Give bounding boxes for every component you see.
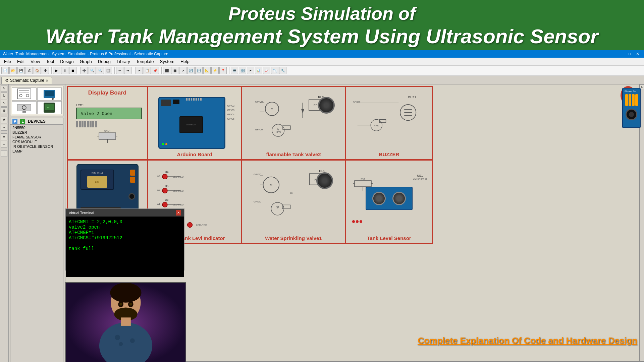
tb-stop[interactable]: ⏹ [69,67,76,74]
title-bar-controls: ─ □ ✕ [618,52,641,56]
p-button[interactable]: P [12,119,17,124]
tool-junction[interactable]: ⊕ [1,107,7,114]
schematic-tab[interactable]: ⚙ Schematic Capture ✕ [1,77,52,84]
capacitors [130,170,135,183]
menu-library[interactable]: Library [114,58,133,65]
scroll-track[interactable] [640,89,644,361]
menu-help[interactable]: Help [178,58,192,65]
tb-b6[interactable]: 📐 [203,67,211,74]
tool-port[interactable]: ↑ [1,150,7,157]
menu-edit[interactable]: Edit [14,58,27,65]
tb-zoom-in[interactable]: ➕ [80,67,88,74]
tb-redo[interactable]: ↪ [124,67,131,74]
tb-print[interactable]: 🏠 [34,67,41,74]
svg-point-62 [187,222,193,227]
tank-sensor-label: Tank Level Sensor [346,235,432,241]
l-button[interactable]: L [20,119,25,124]
vertical-toolbar: ↖ ↻ ∿ ⊕ A → ≡ ↔ ↑ [0,84,9,362]
menu-design[interactable]: Design [57,58,76,65]
tb-c3[interactable]: ✂ [247,67,254,74]
tb-save[interactable]: 💾 [17,67,25,74]
tb-b2[interactable]: ▦ [171,67,178,74]
tool-bus[interactable]: ≡ [1,133,7,140]
tb-b4[interactable]: 🔄 [187,67,195,74]
menu-tool[interactable]: Tool [43,58,57,65]
tb-b3[interactable]: ↗ [179,67,186,74]
tb-undo[interactable]: ↩ [116,67,123,74]
tb-pause[interactable]: ⏸ [61,67,68,74]
device-gps-module[interactable]: GPS MODULE [12,139,61,144]
minimize-button[interactable]: ─ [618,52,625,56]
tb-b8[interactable]: 📍 [219,67,227,74]
tb-c4[interactable]: 📊 [255,67,262,74]
svg-point-98 [129,303,132,306]
tb-paste[interactable]: 📌 [152,67,159,74]
tb-run[interactable]: ▶ [53,67,60,74]
display-board-title: Display Board [88,89,126,96]
tb-c2[interactable]: 🔡 [239,67,246,74]
webcam-overlay [65,282,186,362]
tb-home[interactable]: ⚙ [42,67,49,74]
menu-view[interactable]: View [28,58,43,65]
menu-graph[interactable]: Graph [77,58,95,65]
tb-c6[interactable]: 📉 [271,67,278,74]
device-lamp[interactable]: LAMP [12,149,61,154]
tool-select[interactable]: ↖ [1,85,7,92]
devices-header: P L DEVICES [10,118,63,125]
svg-text:GPIO0: GPIO0 [353,101,360,104]
device-ir-obstacle[interactable]: IR OBSTACLE SENSOR [12,144,61,149]
device-flame-sensor[interactable]: FLAME SENSOR [12,135,61,139]
tb-new[interactable]: 📄 [1,67,9,74]
terminal-close-button[interactable]: ✕ [176,210,181,216]
tb-cut[interactable]: ✂ [136,67,143,74]
buzzer-schematic: BUZ1 NPN GPIO0 [350,94,429,144]
tb-sep3 [113,67,115,74]
tb-zoom-fit[interactable]: 🔲 [105,67,112,74]
tab-close-button[interactable]: ✕ [46,79,48,82]
tool-wire[interactable]: ∿ [1,100,7,107]
tool-label[interactable]: A [1,117,7,123]
menu-debug[interactable]: Debug [95,58,113,65]
arduino-board-box: ATMEGA GPIO2 [148,86,241,160]
tool-pin[interactable]: ↔ [1,141,7,147]
svg-text:A2: A2 [157,188,160,191]
ultrasonic-sensor: RV1 US1 LM-84cm-tc [350,171,429,226]
tb-c1[interactable]: 💻 [231,67,238,74]
tb-open[interactable]: 📂 [9,67,17,74]
svg-text:BUZ1: BUZ1 [408,95,416,99]
tb-b1[interactable]: ⬛ [163,67,170,74]
svg-point-88 [110,283,142,302]
device-2n5550[interactable]: 2N5550 [12,125,61,130]
svg-point-3 [19,94,22,97]
terminal-line-4: AT+CMGS="+919922512 [69,235,181,241]
tb-zoom-in2[interactable]: 🔍 [89,67,96,74]
menu-system[interactable]: System [157,58,177,65]
tb-b5[interactable]: 🔃 [195,67,203,74]
maximize-button[interactable]: □ [626,52,633,56]
tb-c7[interactable]: 🔧 [279,67,286,74]
svg-point-7 [52,98,54,100]
svg-rect-14 [99,133,116,139]
solenoid-valve-1 [316,172,333,189]
menu-template[interactable]: Template [133,58,157,65]
devices-list: 2N5550 BUZZER FLAME SENSOR GPS MODULE IR… [10,125,63,154]
tb-save2[interactable]: 🖨 [25,67,33,74]
terminal-line-6: tank full [69,246,181,251]
menu-file[interactable]: File [1,58,14,65]
svg-text:D5: D5 [165,184,169,187]
tb-sep6 [228,67,229,74]
tb-zoom-out[interactable]: 🔍 [97,67,104,74]
tb-copy[interactable]: 📋 [144,67,151,74]
tb-b7[interactable]: ⚡ [211,67,219,74]
close-button[interactable]: ✕ [634,52,641,56]
tool-script[interactable]: → [1,124,7,131]
device-buzzer[interactable]: BUZZER [12,130,61,135]
person-view [66,283,185,362]
tool-component[interactable]: ↻ [1,93,7,99]
tb-c5[interactable]: 📈 [263,67,270,74]
buzzer-box: BUZ1 NPN GPIO0 [345,86,433,160]
potentiometer: GEM1 [97,129,117,144]
flame-sensor-module: Flame Se... [622,88,641,128]
sensor-pins [352,220,362,223]
main-area: ↖ ↻ ∿ ⊕ A → ≡ ↔ ↑ [0,84,644,362]
